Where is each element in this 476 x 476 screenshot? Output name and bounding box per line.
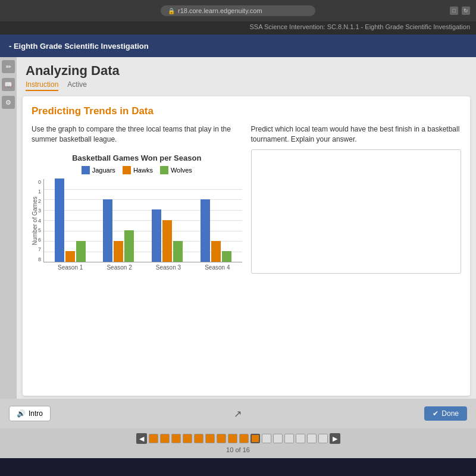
tab-active[interactable]: Active bbox=[67, 80, 87, 91]
left-column: Use the graph to compare the three local… bbox=[32, 124, 242, 274]
sidebar-icon-book[interactable]: 📖 bbox=[2, 78, 15, 91]
bar-jaguars-3 bbox=[152, 209, 161, 262]
chart-title: Basketball Games Won per Season bbox=[32, 154, 242, 162]
pagination-dots: ◀ ▶ bbox=[136, 433, 340, 444]
pag-dot-12[interactable] bbox=[273, 434, 283, 443]
app-header-title: - Eighth Grade Scientific Investigation bbox=[9, 42, 149, 51]
chart-container: Basketball Games Won per Season Jaguars … bbox=[32, 151, 242, 274]
x-label-season-1: Season 1 bbox=[46, 264, 95, 271]
bar-jaguars-1 bbox=[55, 178, 64, 262]
pag-dot-7[interactable] bbox=[217, 434, 226, 443]
pag-dot-6[interactable] bbox=[205, 434, 215, 443]
season-group-3 bbox=[143, 209, 191, 262]
pag-dot-16[interactable] bbox=[318, 434, 328, 443]
bar-wolves-4 bbox=[222, 251, 231, 262]
bar-jaguars-4 bbox=[201, 199, 210, 262]
x-label-season-2: Season 2 bbox=[95, 264, 143, 271]
pag-dot-4[interactable] bbox=[183, 434, 192, 443]
url-text: r18.core.learn.edgenuity.com bbox=[178, 7, 262, 14]
pagination-count: 10 of 16 bbox=[226, 446, 250, 453]
card-body: Use the graph to compare the three local… bbox=[32, 124, 461, 274]
bar-wolves-1 bbox=[76, 241, 86, 262]
season-group-1 bbox=[46, 178, 94, 262]
chart-legend: Jaguars Hawks Wolves bbox=[32, 166, 242, 174]
status-text: SSA Science Intervention: SC.8.N.1.1 - E… bbox=[249, 23, 470, 30]
x-labels: Season 1Season 2Season 3Season 4 bbox=[43, 264, 242, 271]
bar-hawks-4 bbox=[211, 241, 221, 262]
intro-button[interactable]: 🔊 Intro bbox=[9, 406, 51, 421]
sidebar: ✏ 📖 ⚙ bbox=[0, 57, 17, 399]
content-area: Analyzing Data Instruction Active Predic… bbox=[17, 57, 476, 399]
pag-dot-14[interactable] bbox=[296, 434, 305, 443]
pag-dot-2[interactable] bbox=[160, 434, 170, 443]
pag-dot-3[interactable] bbox=[171, 434, 181, 443]
prompt-text: Predict which local team would have the … bbox=[251, 124, 462, 145]
season-group-4 bbox=[192, 199, 240, 262]
x-label-season-3: Season 3 bbox=[144, 264, 193, 271]
page-header: Analyzing Data Instruction Active bbox=[17, 57, 476, 93]
pagination: ◀ ▶ 10 of 16 bbox=[0, 428, 476, 458]
pag-dot-15[interactable] bbox=[307, 434, 317, 443]
next-page-button[interactable]: ▶ bbox=[330, 433, 340, 444]
bars-area: Season 1Season 2Season 3Season 4 bbox=[43, 179, 242, 271]
main-card: Predicting Trends in Data Use the graph … bbox=[23, 96, 470, 396]
bar-jaguars-2 bbox=[103, 199, 112, 262]
bar-wolves-2 bbox=[124, 230, 134, 262]
y-axis: 8 7 6 5 4 3 2 1 0 bbox=[38, 179, 43, 262]
pag-dot-10[interactable] bbox=[250, 434, 260, 443]
main-container: ✏ 📖 ⚙ Analyzing Data Instruction Active … bbox=[0, 57, 476, 399]
pag-dot-8[interactable] bbox=[228, 434, 237, 443]
bar-wolves-3 bbox=[173, 241, 183, 262]
prev-page-button[interactable]: ◀ bbox=[136, 433, 147, 444]
url-bar[interactable]: 🔒 r18.core.learn.edgenuity.com bbox=[161, 5, 315, 16]
legend-jaguars-color bbox=[82, 166, 90, 174]
tabs-row: Instruction Active bbox=[26, 80, 467, 91]
legend-wolves: Wolves bbox=[160, 166, 192, 174]
right-column: Predict which local team would have the … bbox=[251, 124, 462, 274]
done-button[interactable]: ✔ Done bbox=[424, 406, 467, 421]
pag-dot-1[interactable] bbox=[149, 434, 158, 443]
legend-hawks: Hawks bbox=[123, 166, 153, 174]
legend-jaguars: Jaguars bbox=[82, 166, 115, 174]
pag-dot-5[interactable] bbox=[194, 434, 203, 443]
pag-dot-11[interactable] bbox=[262, 434, 271, 443]
browser-bar: 🔒 r18.core.learn.edgenuity.com □ ↻ bbox=[0, 0, 476, 21]
lock-icon: 🔒 bbox=[168, 8, 175, 14]
legend-hawks-color bbox=[123, 166, 131, 174]
sidebar-icon-tool[interactable]: ⚙ bbox=[2, 96, 15, 109]
legend-wolves-label: Wolves bbox=[171, 167, 192, 174]
bar-hawks-2 bbox=[114, 241, 123, 262]
minimize-btn[interactable]: □ bbox=[450, 7, 458, 15]
cursor-icon: ↗ bbox=[234, 408, 242, 419]
intro-label: Intro bbox=[29, 409, 43, 418]
bar-hawks-3 bbox=[162, 220, 172, 262]
legend-jaguars-label: Jaguars bbox=[92, 167, 115, 174]
refresh-btn[interactable]: ↻ bbox=[462, 7, 470, 15]
app-header: - Eighth Grade Scientific Investigation bbox=[0, 35, 476, 57]
speaker-icon: 🔊 bbox=[17, 409, 26, 418]
season-group-2 bbox=[95, 199, 143, 262]
answer-textarea[interactable] bbox=[251, 149, 462, 274]
check-icon: ✔ bbox=[433, 409, 439, 418]
browser-controls: □ ↻ bbox=[450, 7, 470, 15]
card-title: Predicting Trends in Data bbox=[32, 105, 461, 117]
instruction-text: Use the graph to compare the three local… bbox=[32, 124, 242, 145]
pag-dot-9[interactable] bbox=[239, 434, 249, 443]
x-label-season-4: Season 4 bbox=[193, 264, 242, 271]
chart-inner: Number of Games 8 7 6 5 4 3 2 1 0 bbox=[32, 179, 242, 271]
bar-hawks-1 bbox=[65, 251, 75, 262]
sidebar-icon-pencil[interactable]: ✏ bbox=[2, 60, 15, 73]
bars-row bbox=[43, 179, 242, 262]
legend-hawks-label: Hawks bbox=[133, 167, 153, 174]
page-title: Analyzing Data bbox=[26, 63, 467, 79]
done-label: Done bbox=[441, 409, 459, 418]
y-axis-title: Number of Games bbox=[32, 179, 38, 262]
footer: 🔊 Intro ↗ ✔ Done bbox=[0, 399, 476, 428]
legend-wolves-color bbox=[160, 166, 168, 174]
tab-instruction[interactable]: Instruction bbox=[26, 80, 58, 91]
pag-dot-13[interactable] bbox=[284, 434, 294, 443]
status-bar: SSA Science Intervention: SC.8.N.1.1 - E… bbox=[0, 21, 476, 35]
